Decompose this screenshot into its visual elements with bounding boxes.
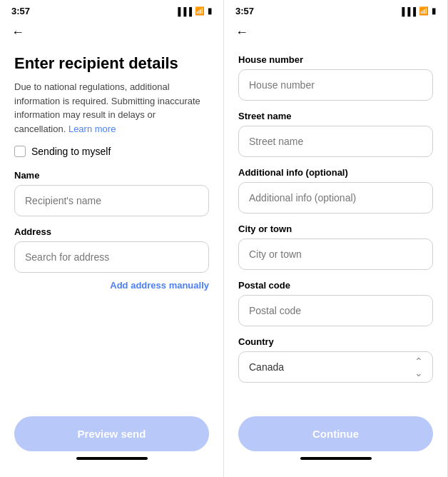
house-number-label: House number (238, 54, 433, 65)
house-number-input[interactable] (238, 69, 433, 101)
battery-icon-right: ▮ (432, 6, 436, 16)
status-bar-left: 3:57 ▐▐▐ 📶 ▮ (0, 0, 223, 19)
right-screen-content: House number Street name Additional info… (224, 46, 447, 408)
country-field-group: Country Canada United States United King… (238, 336, 433, 383)
left-bottom-area: Preview send (0, 408, 223, 477)
right-phone-screen: 3:57 ▐▐▐ 📶 ▮ ← House number Street name … (224, 0, 448, 477)
address-search-input[interactable] (14, 241, 209, 273)
additional-info-label: Additional info (optional) (238, 167, 433, 178)
status-icons-left: ▐▐▐ 📶 ▮ (175, 6, 212, 16)
status-time-right: 3:57 (235, 6, 254, 16)
sending-to-myself-label: Sending to myself (31, 146, 111, 157)
page-title: Enter recipient details (14, 54, 209, 73)
country-label: Country (238, 336, 433, 347)
add-address-manually-link[interactable]: Add address manually (110, 280, 209, 291)
back-button-right[interactable]: ← (224, 19, 447, 46)
additional-info-field-group: Additional info (optional) (238, 167, 433, 214)
learn-more-link[interactable]: Learn more (68, 124, 116, 134)
wifi-icon-right: 📶 (419, 6, 429, 16)
continue-button[interactable]: Continue (238, 416, 433, 451)
home-indicator-right (300, 457, 372, 460)
back-button-left[interactable]: ← (0, 19, 223, 46)
status-icons-right: ▐▐▐ 📶 ▮ (399, 6, 436, 16)
sending-to-myself-row[interactable]: Sending to myself (14, 146, 209, 157)
postal-code-label: Postal code (238, 280, 433, 291)
home-indicator-left (76, 457, 148, 460)
signal-icon-right: ▐▐▐ (399, 7, 416, 16)
wifi-icon: 📶 (195, 6, 205, 16)
additional-info-input[interactable] (238, 182, 433, 214)
postal-code-field-group: Postal code (238, 280, 433, 326)
address-field-group: Address Add address manually (14, 226, 209, 291)
city-field-group: City or town (238, 224, 433, 270)
country-select[interactable]: Canada United States United Kingdom Aust… (238, 351, 433, 383)
sending-to-myself-checkbox[interactable] (14, 146, 26, 157)
name-input[interactable] (14, 185, 209, 216)
city-input[interactable] (238, 239, 433, 270)
street-name-label: Street name (238, 111, 433, 121)
left-screen-content: Enter recipient details Due to national … (0, 46, 223, 408)
left-phone-screen: 3:57 ▐▐▐ 📶 ▮ ← Enter recipient details D… (0, 0, 224, 477)
status-bar-right: 3:57 ▐▐▐ 📶 ▮ (224, 0, 447, 19)
right-bottom-area: Continue (224, 408, 447, 477)
country-select-wrapper: Canada United States United Kingdom Aust… (238, 351, 433, 383)
name-label: Name (14, 170, 209, 181)
street-name-input[interactable] (238, 126, 433, 157)
status-time-left: 3:57 (11, 6, 30, 16)
postal-code-input[interactable] (238, 295, 433, 326)
preview-send-button[interactable]: Preview send (14, 416, 209, 451)
battery-icon: ▮ (208, 6, 212, 16)
add-address-link-container: Add address manually (14, 278, 209, 291)
address-label: Address (14, 226, 209, 237)
info-text: Due to national regulations, additional … (14, 80, 209, 136)
name-field-group: Name (14, 170, 209, 216)
house-number-field-group: House number (238, 54, 433, 101)
city-label: City or town (238, 224, 433, 234)
street-name-field-group: Street name (238, 111, 433, 157)
signal-icon: ▐▐▐ (175, 7, 192, 16)
